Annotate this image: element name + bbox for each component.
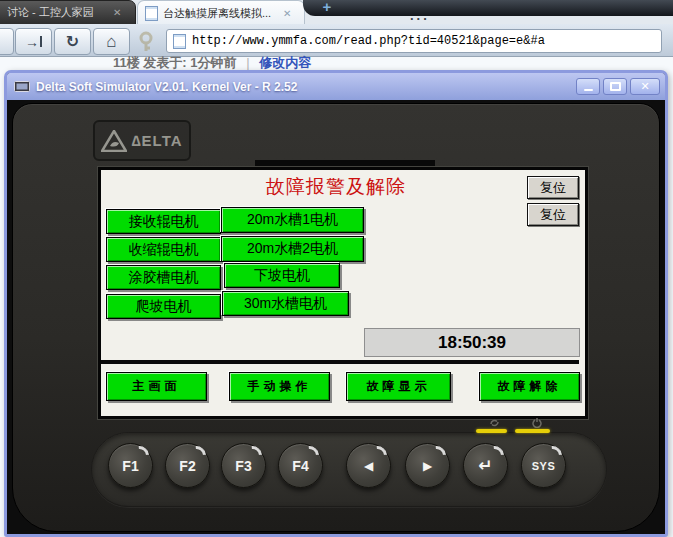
window-controls: ✕ bbox=[573, 78, 660, 95]
key-f4-label: F4 bbox=[292, 458, 308, 474]
home-icon: ⌂ bbox=[106, 32, 116, 52]
key-sys[interactable]: SYS bbox=[521, 443, 566, 488]
go-bar-icon bbox=[40, 36, 42, 47]
reset-button-2[interactable]: 复位 bbox=[527, 203, 579, 226]
window-titlebar: Delta Soft Simulator V2.01. Kernel Ver -… bbox=[7, 73, 665, 100]
nav-button-fault-release[interactable]: 故障解除 bbox=[479, 372, 580, 401]
go-arrow-icon: → bbox=[25, 34, 39, 50]
new-tab-button[interactable]: + bbox=[318, 0, 336, 15]
tab-forum-label: 讨论 - 工控人家园 bbox=[7, 5, 111, 20]
key-f3[interactable]: F3 bbox=[221, 443, 266, 488]
nav-button-manual[interactable]: 手动操作 bbox=[229, 372, 330, 401]
address-bar[interactable]: http://www.ymmfa.com/read.php?tid=40521&… bbox=[166, 29, 662, 53]
left-arrow-icon: ◀ bbox=[364, 459, 373, 473]
key-left-arrow[interactable]: ◀ bbox=[346, 443, 391, 488]
post-info-text: 11楼 发表于: 1分钟前 bbox=[113, 55, 237, 70]
back-button[interactable] bbox=[0, 28, 14, 55]
close-icon: ✕ bbox=[640, 80, 649, 93]
key-f2-label: F2 bbox=[179, 458, 195, 474]
tab-bar-overflow-area bbox=[303, 0, 673, 16]
delta-logo-text: ∆ELTA bbox=[131, 132, 182, 149]
motor-button-glue-tank[interactable]: 涂胶槽电机 bbox=[106, 265, 221, 290]
document-icon bbox=[173, 34, 186, 49]
power-led bbox=[515, 429, 550, 433]
motor-button-30m-tank[interactable]: 30m水槽电机 bbox=[222, 291, 349, 316]
maximize-icon bbox=[610, 82, 621, 91]
key-f1-label: F1 bbox=[122, 458, 138, 474]
motor-button-shrink-roller[interactable]: 收缩辊电机 bbox=[106, 237, 221, 262]
url-text: http://www.ymmfa.com/read.php?tid=40521&… bbox=[192, 34, 545, 48]
motor-button-downhill[interactable]: 下坡电机 bbox=[224, 263, 340, 288]
browser-tab-bar: 讨论 - 工控人家园 ✕ 台达触摸屏离线模拟... ✕ + ... bbox=[0, 0, 673, 24]
close-icon[interactable]: ✕ bbox=[113, 7, 121, 18]
overflow-dots-icon: ... bbox=[410, 8, 430, 23]
go-button[interactable]: → bbox=[15, 28, 52, 55]
refresh-button[interactable]: ↻ bbox=[54, 28, 91, 55]
simulator-window: Delta Soft Simulator V2.01. Kernel Ver -… bbox=[4, 70, 668, 537]
home-button[interactable]: ⌂ bbox=[93, 28, 130, 55]
separator: | bbox=[246, 55, 249, 70]
key-f3-label: F3 bbox=[235, 458, 251, 474]
motor-button-20m-tank2[interactable]: 20m水槽2电机 bbox=[221, 236, 364, 262]
delta-triangle-icon bbox=[101, 130, 127, 152]
motor-button-climb[interactable]: 爬坡电机 bbox=[106, 294, 221, 319]
clock-display: 18:50:39 bbox=[364, 328, 580, 357]
window-title: Delta Soft Simulator V2.01. Kernel Ver -… bbox=[36, 80, 297, 94]
screen-title: 故障报警及解除 bbox=[216, 174, 456, 200]
key-right-arrow[interactable]: ▶ bbox=[405, 443, 450, 488]
hmi-screen: 故障报警及解除 复位 复位 接收辊电机 收缩辊电机 涂胶槽电机 爬坡电机 20m… bbox=[98, 167, 588, 419]
key-icon[interactable] bbox=[134, 30, 158, 54]
key-enter[interactable]: ↵ bbox=[463, 443, 508, 488]
motor-button-20m-tank1[interactable]: 20m水槽1电机 bbox=[221, 207, 364, 233]
screen-divider bbox=[101, 360, 579, 364]
motor-button-receive-roller[interactable]: 接收辊电机 bbox=[106, 209, 221, 234]
screen-root: 讨论 - 工控人家园 ✕ 台达触摸屏离线模拟... ✕ + ... → ↻ ⌂ bbox=[0, 0, 673, 537]
tab-forum[interactable]: 讨论 - 工控人家园 ✕ bbox=[0, 0, 136, 25]
maximize-button[interactable] bbox=[603, 78, 627, 95]
key-sys-label: SYS bbox=[532, 460, 556, 472]
minimize-button[interactable] bbox=[576, 78, 600, 95]
window-content: ∆ELTA 故障报警及解除 复位 复位 接收辊电机 收缩辊电机 涂胶槽电机 爬坡… bbox=[7, 100, 665, 534]
tab-simulator[interactable]: 台达触摸屏离线模拟... ✕ bbox=[137, 0, 305, 25]
right-arrow-icon: ▶ bbox=[423, 459, 432, 473]
delta-logo: ∆ELTA bbox=[93, 120, 191, 161]
key-f1[interactable]: F1 bbox=[108, 443, 153, 488]
key-f2[interactable]: F2 bbox=[165, 443, 210, 488]
browser-toolbar: → ↻ ⌂ http://www.ymmfa.com/read.php?tid=… bbox=[0, 24, 673, 57]
reset-button-1[interactable]: 复位 bbox=[527, 176, 579, 199]
key-f4[interactable]: F4 bbox=[278, 443, 323, 488]
backlight-led bbox=[476, 429, 507, 433]
refresh-icon: ↻ bbox=[66, 32, 79, 51]
close-icon[interactable]: ✕ bbox=[283, 8, 291, 19]
minimize-icon bbox=[584, 89, 593, 91]
edit-content-link[interactable]: 修改内容 bbox=[259, 55, 311, 70]
nav-button-main-screen[interactable]: 主画面 bbox=[106, 372, 207, 401]
enter-icon: ↵ bbox=[478, 455, 492, 476]
tab-simulator-label: 台达触摸屏离线模拟... bbox=[163, 6, 281, 21]
document-icon bbox=[145, 6, 158, 21]
monitor-icon bbox=[14, 81, 30, 93]
nav-button-fault-display[interactable]: 故障显示 bbox=[346, 372, 451, 401]
close-button[interactable]: ✕ bbox=[630, 78, 660, 95]
